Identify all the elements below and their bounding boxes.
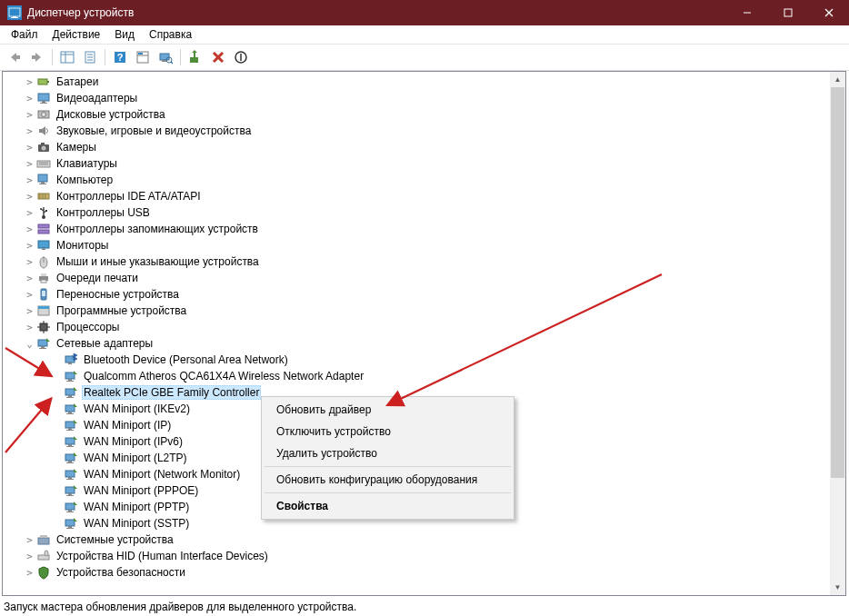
tree-item[interactable]: >Программные устройства <box>3 303 830 319</box>
nav-back-button[interactable] <box>4 46 25 68</box>
tree-item[interactable]: >Процессоры <box>3 319 830 335</box>
ctx-properties[interactable]: Свойства <box>264 495 512 517</box>
help-button[interactable]: ? <box>109 46 131 68</box>
svg-rect-70 <box>41 346 45 348</box>
expand-icon[interactable]: > <box>23 289 36 301</box>
expand-icon[interactable]: > <box>23 158 36 170</box>
scan-hardware-button[interactable] <box>155 46 176 68</box>
expand-icon[interactable]: > <box>23 125 36 137</box>
svg-rect-85 <box>66 430 74 431</box>
net-icon <box>64 451 78 465</box>
tree-item[interactable]: Bluetooth Device (Personal Area Network) <box>3 352 830 368</box>
svg-rect-97 <box>66 495 74 496</box>
tree-item[interactable]: >Компьютер <box>3 172 830 188</box>
close-button[interactable] <box>808 0 849 25</box>
expand-icon[interactable]: > <box>23 142 36 154</box>
minimize-button[interactable] <box>726 0 767 25</box>
tree-item-label: Контроллеры запоминающих устройств <box>55 222 260 236</box>
export-list-button[interactable] <box>79 46 101 68</box>
expand-icon[interactable]: > <box>23 256 36 268</box>
uninstall-device-button[interactable] <box>207 46 229 68</box>
tree-item[interactable]: >Контроллеры запоминающих устройств <box>3 221 830 237</box>
svg-rect-29 <box>38 94 49 101</box>
tree-item[interactable]: >Контроллеры USB <box>3 204 830 221</box>
ctx-scan-hardware[interactable]: Обновить конфигурацию оборудования <box>264 469 512 491</box>
tree-item[interactable]: >Очереди печати <box>3 270 830 286</box>
expand-icon[interactable]: > <box>23 240 36 252</box>
mouse-icon <box>36 254 51 269</box>
expand-icon[interactable]: > <box>23 273 36 284</box>
tree-item[interactable]: >Мониторы <box>3 237 830 253</box>
tree-item-label: Камеры <box>55 140 98 154</box>
titlebar: Диспетчер устройств <box>0 0 849 25</box>
tree-item[interactable]: >Контроллеры IDE ATA/ATAPI <box>3 188 830 204</box>
svg-rect-103 <box>66 528 74 529</box>
tree-item[interactable]: >Устройства HID (Human Interface Devices… <box>3 548 830 564</box>
tree-item[interactable]: >Дисковые устройства <box>3 106 830 123</box>
menubar: Файл Действие Вид Справка <box>0 25 849 45</box>
expand-icon[interactable]: > <box>23 207 36 219</box>
menu-help[interactable]: Справка <box>142 26 199 43</box>
tree-item[interactable]: >Устройства безопасности <box>3 564 830 581</box>
tree-item[interactable]: >Звуковые, игровые и видеоустройства <box>3 123 830 139</box>
tree-item[interactable]: >Мыши и иные указывающие устройства <box>3 253 830 270</box>
expand-icon[interactable]: > <box>23 534 36 546</box>
menu-action[interactable]: Действие <box>45 26 108 43</box>
expand-icon[interactable]: ⌄ <box>23 338 36 350</box>
update-driver-button[interactable] <box>185 46 206 68</box>
cpu-icon <box>36 320 51 334</box>
svg-rect-1 <box>13 16 16 17</box>
tree-item[interactable]: >Камеры <box>3 139 830 155</box>
tree-item-label: Программные устройства <box>55 303 188 318</box>
show-hide-tree-button[interactable] <box>56 46 78 68</box>
svg-rect-58 <box>41 273 46 276</box>
scroll-thumb[interactable] <box>831 87 844 478</box>
svg-rect-4 <box>784 9 792 16</box>
svg-rect-63 <box>38 306 49 309</box>
nav-forward-button[interactable] <box>26 46 48 68</box>
system-icon <box>36 532 51 547</box>
expand-icon[interactable]: > <box>23 567 36 579</box>
scroll-down-button[interactable]: ▼ <box>830 580 845 595</box>
net-icon <box>64 500 78 514</box>
tree-item[interactable]: >Видеоадаптеры <box>3 90 830 106</box>
properties-button[interactable] <box>132 46 154 68</box>
svg-rect-73 <box>68 363 72 364</box>
display-icon <box>36 91 51 105</box>
svg-rect-75 <box>68 379 72 381</box>
expand-icon[interactable]: > <box>23 76 36 88</box>
tree-item[interactable]: >Переносные устройства <box>3 286 830 303</box>
scroll-up-button[interactable]: ▲ <box>830 72 845 87</box>
storage-icon <box>36 222 51 236</box>
expand-icon[interactable]: > <box>23 305 36 317</box>
tree-item[interactable]: Qualcomm Atheros QCA61X4A Wireless Netwo… <box>3 368 830 384</box>
tree-item[interactable]: >Системные устройства <box>3 532 830 548</box>
tree-item-network-adapters[interactable]: ⌄Сетевые адаптеры <box>3 335 830 352</box>
window-title: Диспетчер устройств <box>27 6 726 19</box>
expand-icon[interactable]: > <box>23 551 36 562</box>
tree-item-label: WAN Miniport (L2TP) <box>82 451 189 465</box>
expand-icon[interactable]: > <box>23 322 36 333</box>
expand-icon[interactable]: > <box>23 174 36 186</box>
menu-file[interactable]: Файл <box>4 26 45 43</box>
ctx-uninstall-device[interactable]: Удалить устройство <box>264 442 512 464</box>
tree-item-label: Переносные устройства <box>55 287 181 302</box>
disable-device-button[interactable] <box>230 46 252 68</box>
tree-item[interactable]: >Клавиатуры <box>3 155 830 172</box>
maximize-button[interactable] <box>767 0 808 25</box>
vertical-scrollbar[interactable]: ▲ ▼ <box>830 72 845 595</box>
tree-item-label: Контроллеры USB <box>55 205 152 220</box>
expand-icon[interactable]: > <box>23 109 36 121</box>
tree-item-label: Мониторы <box>55 238 110 253</box>
expand-icon[interactable]: > <box>23 224 36 235</box>
svg-point-107 <box>45 551 48 556</box>
ctx-update-driver[interactable]: Обновить драйвер <box>264 399 512 421</box>
menu-view[interactable]: Вид <box>107 26 142 43</box>
tree-item[interactable]: >Батареи <box>3 74 830 90</box>
tree-item-label: Сетевые адаптеры <box>55 336 155 351</box>
expand-icon[interactable]: > <box>23 93 36 104</box>
svg-rect-100 <box>66 512 74 512</box>
ctx-disable-device[interactable]: Отключить устройство <box>264 421 512 442</box>
net-icon <box>64 434 78 449</box>
expand-icon[interactable]: > <box>23 191 36 203</box>
